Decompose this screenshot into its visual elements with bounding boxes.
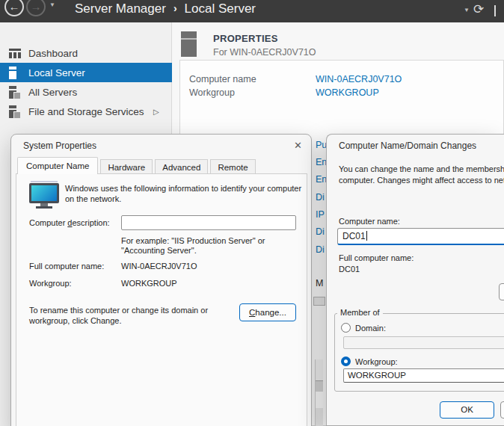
server-icon <box>9 67 16 79</box>
occluded-value-fragment: En <box>316 174 327 185</box>
close-icon[interactable]: ✕ <box>294 140 302 151</box>
servers-icon <box>9 86 16 99</box>
workgroup-label: Workgroup: <box>29 279 72 288</box>
tab-hardware[interactable]: Hardware <box>100 159 153 174</box>
dialog-body-line2: computer. Changes might affect access to… <box>339 176 504 185</box>
example-text-line2: "Accounting Server". <box>121 246 197 255</box>
intro-text-line2: on the network. <box>65 194 121 203</box>
prop-link-computer-name[interactable]: WIN-0AECRJ0V71O <box>316 74 402 84</box>
occluded-value-fragment: M <box>316 278 323 288</box>
sidebar-item-label: All Servers <box>28 87 77 98</box>
computer-monitor-icon <box>28 181 60 208</box>
sidebar-item-label: Dashboard <box>28 48 78 59</box>
occluded-value-fragment: Di <box>316 226 325 237</box>
computer-description-input[interactable] <box>121 215 296 230</box>
breadcrumb-current: Local Server <box>185 1 256 16</box>
tab-computer-name[interactable]: Computer Name <box>17 157 98 174</box>
full-computer-name-label: Full computer name: <box>29 262 104 271</box>
sidebar-item-label: Local Server <box>28 67 85 78</box>
prop-label-computer-name: Computer name <box>189 74 256 84</box>
occluded-ui-fragment <box>313 297 325 306</box>
domain-input[interactable] <box>343 336 504 349</box>
file-storage-icon <box>9 105 16 118</box>
example-text-line1: For example: "IIS Production Server" or <box>121 236 265 245</box>
properties-server-icon <box>181 31 197 57</box>
occluded-value-fragment: Di <box>316 192 325 203</box>
sidebar-item-local-server[interactable]: Local Server <box>0 63 172 82</box>
properties-subheading: For WIN-0AECRJ0V71O <box>213 47 316 58</box>
full-computer-name-label: Full computer name: <box>339 253 414 262</box>
domain-radio-label[interactable]: Domain: <box>355 324 386 333</box>
vertical-scrollbar[interactable] <box>315 359 323 426</box>
sidebar-item-file-storage-services[interactable]: File and Storage Services ▷ <box>0 102 172 121</box>
dialog-body-line1: You can change the name and the membersh… <box>339 164 504 173</box>
sidebar-item-all-servers[interactable]: All Servers <box>0 82 172 102</box>
sidebar-item-label: File and Storage Services <box>28 106 144 117</box>
notification-flag-icon[interactable] <box>494 5 496 16</box>
rename-note-line2: workgroup, click Change. <box>29 316 122 325</box>
server-dropdown-caret-icon[interactable]: ▼ <box>464 7 470 13</box>
system-properties-dialog: System Properties ✕ Computer Name Hardwa… <box>10 134 312 426</box>
workgroup-value: WORKGROUP <box>121 279 177 288</box>
workgroup-input[interactable]: WORKGROUP <box>343 368 504 383</box>
forward-button[interactable]: → <box>26 0 46 16</box>
refresh-icon[interactable]: ⟳ <box>473 1 484 17</box>
dashboard-icon <box>9 49 21 58</box>
nav-history-caret-icon[interactable]: ▼ <box>49 1 55 8</box>
cancel-button[interactable] <box>500 401 504 419</box>
dialog-title: Computer Name/Domain Changes <box>339 141 476 151</box>
intro-text-line1: Windows uses the following information t… <box>65 184 301 193</box>
domain-radio[interactable] <box>341 323 351 333</box>
dialog-title: System Properties <box>23 141 96 151</box>
breadcrumb-separator-icon: › <box>173 2 177 14</box>
tab-advanced[interactable]: Advanced <box>155 159 208 174</box>
occluded-value-fragment: IP <box>316 209 325 220</box>
breadcrumb-root[interactable]: Server Manager <box>75 1 166 16</box>
full-computer-name-value: DC01 <box>339 265 360 274</box>
prop-link-workgroup[interactable]: WORKGROUP <box>316 87 379 98</box>
workgroup-radio-label[interactable]: Workgroup: <box>355 357 398 366</box>
expand-arrow-icon[interactable]: ▷ <box>153 108 159 116</box>
workgroup-radio[interactable] <box>341 356 351 366</box>
tab-strip: Computer Name Hardware Advanced Remote <box>17 157 258 174</box>
full-computer-name-value: WIN-0AECRJ0V71O <box>121 262 197 271</box>
member-of-legend: Member of <box>337 308 383 317</box>
prop-label-workgroup: Workgroup <box>189 87 235 98</box>
back-button[interactable]: ← <box>4 0 24 16</box>
titlebar: ← → ▼ Server Manager › Local Server ▼ ⟳ <box>0 0 504 22</box>
more-button[interactable] <box>499 283 504 300</box>
text-caret <box>366 231 367 241</box>
rename-note-line1: To rename this computer or change its do… <box>29 306 208 315</box>
ok-button[interactable]: OK <box>440 401 494 419</box>
computer-description-label: Computer description: <box>29 218 110 227</box>
computer-name-label: Computer name: <box>339 217 400 226</box>
occluded-value-fragment: Pu <box>316 140 327 150</box>
breadcrumb: Server Manager › Local Server <box>75 1 256 16</box>
tab-remote[interactable]: Remote <box>210 159 255 174</box>
domain-changes-dialog: Computer Name/Domain Changes You can cha… <box>326 134 504 426</box>
change-button[interactable]: Change... <box>239 303 296 321</box>
occluded-value-fragment: Di <box>316 244 325 255</box>
sidebar-item-dashboard[interactable]: Dashboard <box>0 43 172 63</box>
computer-name-input[interactable]: DC01 <box>337 228 504 245</box>
properties-heading: PROPERTIES <box>213 33 278 44</box>
occluded-value-fragment: En <box>316 157 327 167</box>
tab-page <box>16 173 307 426</box>
